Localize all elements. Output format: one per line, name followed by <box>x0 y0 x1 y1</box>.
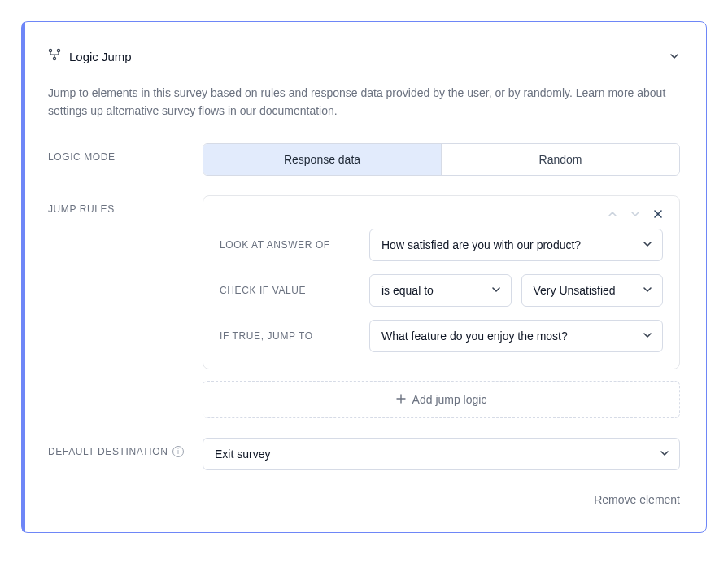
svg-point-1 <box>57 49 59 51</box>
logic-mode-label: LOGIC MODE <box>48 143 203 163</box>
collapse-toggle[interactable] <box>669 50 680 62</box>
panel-footer: Remove element <box>48 493 680 506</box>
rule-if-true-field: IF TRUE, JUMP TO What feature do you enj… <box>220 320 663 352</box>
rule-check-if-label: CHECK IF VALUE <box>220 285 369 296</box>
operator-select-value: is equal to <box>381 284 434 297</box>
jump-rule-card: LOOK AT ANSWER OF How satisfied are you … <box>203 195 680 369</box>
panel-title: Logic Jump <box>69 50 132 63</box>
documentation-link[interactable]: documentation <box>259 104 334 117</box>
default-destination-label-wrap: DEFAULT DESTINATION i <box>48 438 203 457</box>
rule-look-at-field: LOOK AT ANSWER OF How satisfied are you … <box>220 229 663 261</box>
description-text: Jump to elements in this survey based on… <box>48 86 665 117</box>
info-icon[interactable]: i <box>172 446 184 457</box>
logic-jump-icon <box>48 48 61 64</box>
value-select-value: Very Unsatisfied <box>534 284 616 297</box>
description-suffix: . <box>334 104 338 117</box>
target-select-value: What feature do you enjoy the most? <box>381 330 568 343</box>
svg-point-2 <box>53 57 55 59</box>
panel-accent-bar <box>22 22 25 532</box>
move-rule-down-button[interactable] <box>630 209 640 219</box>
logic-mode-option-response-data[interactable]: Response data <box>203 144 441 175</box>
rule-look-at-label: LOOK AT ANSWER OF <box>220 239 369 251</box>
chevron-down-icon <box>643 284 652 297</box>
default-destination-row: DEFAULT DESTINATION i Exit survey <box>48 438 680 470</box>
default-destination-value: Exit survey <box>215 448 270 461</box>
rule-if-true-label: IF TRUE, JUMP TO <box>220 330 369 342</box>
target-select[interactable]: What feature do you enjoy the most? <box>369 320 663 352</box>
remove-rule-button[interactable] <box>653 209 663 219</box>
plus-icon <box>396 393 406 406</box>
logic-jump-panel: Logic Jump Jump to elements in this surv… <box>21 21 707 533</box>
panel-header: Logic Jump <box>48 48 680 64</box>
chevron-down-icon <box>643 238 652 251</box>
panel-description: Jump to elements in this survey based on… <box>48 84 680 120</box>
svg-point-0 <box>49 49 51 51</box>
default-destination-label: DEFAULT DESTINATION <box>48 446 168 457</box>
move-rule-up-button[interactable] <box>608 209 617 219</box>
rule-card-actions <box>220 209 663 219</box>
remove-element-link[interactable]: Remove element <box>594 493 680 506</box>
add-jump-logic-button[interactable]: Add jump logic <box>203 381 680 418</box>
chevron-down-icon <box>660 448 669 461</box>
value-select[interactable]: Very Unsatisfied <box>521 274 664 307</box>
chevron-down-icon <box>643 330 652 343</box>
chevron-down-icon <box>491 284 501 297</box>
default-destination-select[interactable]: Exit survey <box>203 438 680 470</box>
add-jump-logic-label: Add jump logic <box>412 393 487 406</box>
logic-mode-segmented: Response data Random <box>203 143 680 176</box>
jump-rules-label: JUMP RULES <box>48 195 203 215</box>
operator-select[interactable]: is equal to <box>369 274 512 307</box>
jump-rules-row: JUMP RULES LOOK AT ANSWER OF <box>48 195 680 418</box>
logic-mode-row: LOGIC MODE Response data Random <box>48 143 680 176</box>
rule-check-if-field: CHECK IF VALUE is equal to Very Unsatisf… <box>220 274 663 307</box>
question-select-value: How satisfied are you with our product? <box>381 238 581 251</box>
question-select[interactable]: How satisfied are you with our product? <box>369 229 663 261</box>
logic-mode-option-random[interactable]: Random <box>441 144 679 175</box>
